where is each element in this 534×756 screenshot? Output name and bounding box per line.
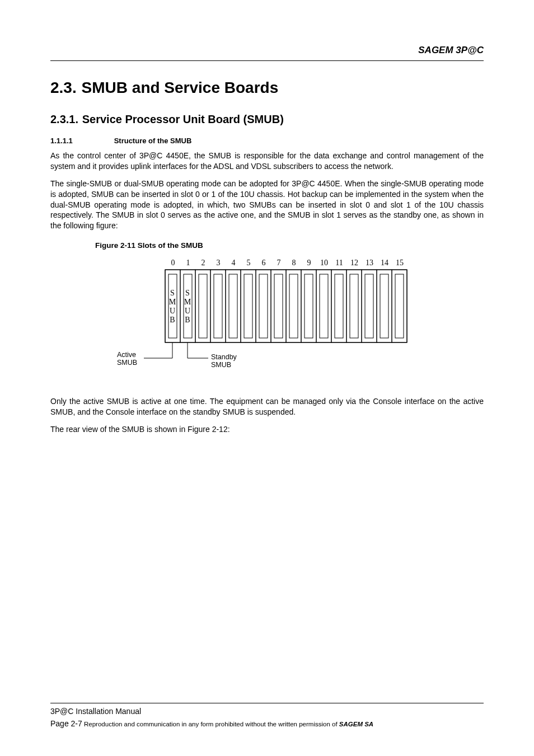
svg-rect-16 [168, 274, 177, 338]
svg-rect-21 [244, 274, 252, 338]
svg-rect-23 [274, 274, 283, 338]
footer-page-line: Page 2-7 Reproduction and communication … [50, 719, 484, 728]
slot-num-1: 1 [186, 259, 190, 267]
svg-text:Standby: Standby [211, 353, 237, 361]
svg-rect-18 [199, 274, 207, 338]
callout-standby: Standby SMUB [211, 353, 237, 369]
svg-text:U: U [185, 307, 190, 315]
svg-rect-0 [165, 270, 180, 342]
svg-text:M: M [169, 298, 176, 306]
slot-num-13: 13 [366, 259, 373, 267]
svg-rect-1 [180, 270, 195, 342]
page-footer: 3P@C Installation Manual Page 2-7 Reprod… [50, 703, 484, 728]
svg-rect-7 [271, 270, 286, 342]
slot-num-7: 7 [277, 259, 281, 267]
svg-rect-19 [214, 274, 222, 338]
svg-rect-4 [226, 270, 241, 342]
svg-rect-15 [392, 270, 407, 342]
slot-num-10: 10 [320, 259, 328, 267]
svg-rect-29 [365, 274, 373, 338]
slot-num-3: 3 [217, 259, 221, 267]
subsection-number: 2.3.1. [50, 113, 78, 125]
svg-text:SMUB: SMUB [117, 359, 137, 367]
svg-rect-12 [346, 270, 362, 342]
paragraph-4: The rear view of the SMUB is shown in Fi… [50, 424, 484, 435]
slot1-smub-label: S M U B [184, 289, 191, 324]
slot-num-11: 11 [335, 259, 343, 267]
figure-slots: 0 1 2 3 4 5 6 7 8 9 10 11 12 13 14 15 [50, 257, 484, 381]
svg-rect-8 [286, 270, 301, 342]
svg-rect-27 [335, 274, 343, 338]
svg-text:S: S [170, 289, 175, 297]
svg-text:S: S [185, 289, 190, 297]
slot-num-14: 14 [381, 259, 388, 267]
slot-num-6: 6 [262, 259, 266, 267]
svg-rect-22 [259, 274, 268, 338]
paragraph-3: Only the active SMUB is active at one ti… [50, 396, 484, 417]
svg-rect-17 [184, 274, 192, 338]
structure-heading: 1.1.1.1 Structure of the SMUB [50, 137, 484, 145]
svg-rect-13 [362, 270, 377, 342]
svg-text:SMUB: SMUB [211, 361, 231, 369]
slot-cells [165, 270, 407, 342]
figure-caption: Figure 2-11 Slots of the SMUB [95, 241, 484, 250]
svg-rect-10 [316, 270, 331, 342]
structure-number: 1.1.1.1 [50, 137, 112, 145]
subsection-title: Service Processor Unit Board (SMUB) [82, 113, 284, 125]
slot-num-15: 15 [396, 259, 404, 267]
footer-rights-pre: Reproduction and communication in any fo… [82, 721, 339, 727]
footer-rights-owner: SAGEM SA [339, 721, 373, 727]
slot-num-8: 8 [292, 259, 296, 267]
section-heading: 2.3. SMUB and Service Boards [50, 77, 484, 97]
footer-page-number: Page 2-7 [50, 719, 82, 728]
svg-rect-14 [377, 270, 392, 342]
header-brand: SAGEM 3P@C [50, 45, 484, 56]
svg-rect-24 [289, 274, 298, 338]
header-rule [50, 60, 484, 61]
svg-rect-6 [256, 270, 271, 342]
svg-rect-5 [241, 270, 256, 342]
slot0-smub-label: S M U B [169, 289, 176, 324]
svg-text:M: M [184, 298, 191, 306]
slot-num-9: 9 [307, 259, 311, 267]
section-title: SMUB and Service Boards [82, 79, 279, 96]
section-number: 2.3. [50, 79, 77, 96]
slots-diagram: 0 1 2 3 4 5 6 7 8 9 10 11 12 13 14 15 [110, 257, 424, 381]
paragraph-1: As the control center of 3P@C 4450E, the… [50, 151, 484, 172]
svg-rect-11 [331, 270, 346, 342]
slot-num-12: 12 [350, 259, 358, 267]
svg-text:U: U [170, 307, 175, 315]
slot-num-0: 0 [171, 259, 175, 267]
svg-rect-28 [350, 274, 358, 338]
svg-rect-9 [301, 270, 316, 342]
footer-rule [50, 703, 484, 703]
subsection-heading: 2.3.1. Service Processor Unit Board (SMU… [50, 111, 484, 126]
svg-rect-20 [229, 274, 237, 338]
svg-rect-3 [210, 270, 226, 342]
structure-title: Structure of the SMUB [114, 137, 192, 145]
svg-text:B: B [170, 316, 175, 324]
callout-active: Active SMUB [117, 351, 137, 367]
slot-num-2: 2 [202, 259, 205, 267]
paragraph-2: The single-SMUB or dual-SMUB operating m… [50, 179, 484, 231]
svg-rect-2 [195, 270, 210, 342]
slot-num-4: 4 [232, 259, 236, 267]
svg-rect-26 [320, 274, 328, 338]
svg-rect-31 [395, 274, 404, 338]
svg-text:B: B [185, 316, 190, 324]
slot-num-5: 5 [247, 259, 251, 267]
svg-rect-30 [380, 274, 388, 338]
svg-text:Active: Active [117, 351, 136, 359]
svg-rect-25 [305, 274, 313, 338]
footer-manual-title: 3P@C Installation Manual [50, 707, 484, 716]
